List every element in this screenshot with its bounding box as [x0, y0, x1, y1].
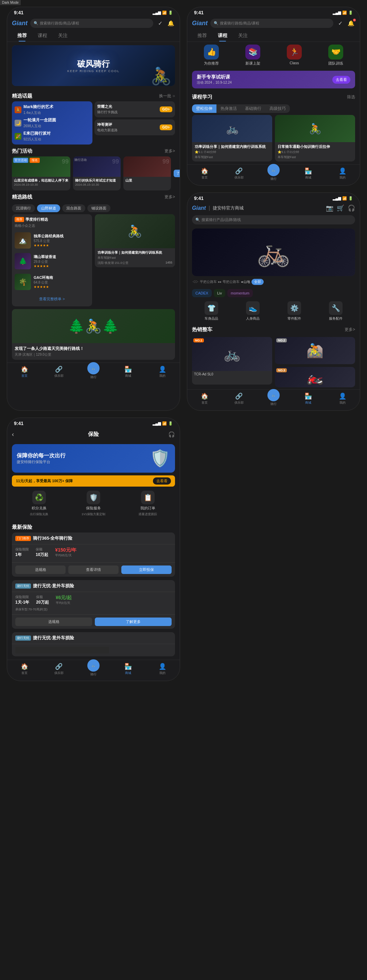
activity-card-3[interactable]: 99 山里	[123, 156, 171, 191]
route-tag-0[interactable]: 沉浸骑行	[12, 204, 35, 212]
go-btn-glory[interactable]: GO>	[160, 107, 172, 112]
cat-personal[interactable]: 👟 人身商品	[234, 301, 272, 321]
bike-type-all[interactable]: 全部	[251, 279, 264, 285]
filter-tab-1[interactable]: 热身激活	[216, 104, 241, 113]
category-new[interactable]: 📚 新课上架	[234, 45, 272, 66]
tab-follow[interactable]: 关注	[52, 30, 73, 41]
filter-tab-0[interactable]: 壁松拉伸	[192, 104, 216, 113]
ins-promo-btn[interactable]: 去看看	[153, 477, 171, 485]
route-tag-1[interactable]: 山野林道	[37, 204, 60, 212]
cart-icon[interactable]: 🛒	[337, 204, 344, 212]
nav-shop-course[interactable]: 🏪 商城	[291, 167, 326, 181]
route-side-card[interactable]: 🚴 功率训练分享｜如何搭建室内骑行训练系统 单车驾驶Fast 沈阳·铁发湖 15…	[95, 214, 175, 267]
ins-quick-orders[interactable]: 📋 我的订单 搭案进度跟踪	[121, 491, 175, 517]
ins-quick-points[interactable]: ♻️ 积分兑换 出行保险兑换	[12, 491, 66, 517]
activity-card-2[interactable]: 骑行活动 99 骑行的快乐只有试过才知道 2024.08.15-10.30	[73, 156, 121, 191]
discover-card[interactable]: 🌲🚴🌲 发现了一条人少路遮天完美骑行路线！ 天津·滨海区｜129.0公里	[12, 309, 175, 360]
nav-profile-course[interactable]: 👤 我的	[325, 167, 360, 181]
bell-icon-course[interactable]: 🔔 1	[347, 19, 355, 27]
go-btn-kun[interactable]: GO>	[160, 124, 172, 130]
topic-card-glory[interactable]: 荣耀之光 骑行打卡挑战 GO>	[94, 101, 175, 117]
ins-btn-buy-0[interactable]: 立即投保	[121, 565, 172, 574]
routes-more[interactable]: 更多>	[164, 194, 175, 200]
camera-icon[interactable]: 📷	[326, 204, 334, 212]
headphone-icon[interactable]: 🎧	[348, 204, 355, 212]
nav-club[interactable]: 🔗 俱乐部	[42, 366, 76, 380]
route-list-item-0[interactable]: 🏔️ 独库公路经典路线 575.8 公里 ★★★★★	[14, 230, 89, 251]
search-bar-home[interactable]: 🔍 搜索骑行路线/商品/课程	[30, 19, 153, 28]
ins-btn-detail-1[interactable]: 了解更多	[95, 617, 172, 626]
activity-card-1[interactable]: 官方活动 报名 99 山里没有成绩单，却总能让人停下来 2024.08.15-1…	[12, 156, 70, 191]
cat-service[interactable]: 🔧 服务配件	[316, 301, 355, 321]
nav-home-label: 首页	[21, 374, 27, 378]
course-card-0[interactable]: 🚲 功率训练分享｜如何搭建室内骑行训练系统 ⭐9.1 ⏱40分钟 单车驾驶Fas…	[192, 115, 272, 162]
nav-club-ins[interactable]: 🔗 俱乐部	[42, 663, 76, 677]
category-recommend[interactable]: 👍 为你推荐	[192, 45, 231, 66]
cat-body[interactable]: 👕 车身品品	[192, 301, 231, 321]
activity-detail-btn[interactable]: 了解详情 ›	[174, 170, 180, 177]
nav-ride[interactable]: 🚲 骑行	[76, 366, 111, 380]
topics-more[interactable]: 换一批 ○	[159, 93, 175, 99]
route-featured-main[interactable]: 推荐 季度排行精选 南格小众之选 🏔️ 独库公路经典路线 575.8 公里 ★★…	[12, 214, 92, 306]
brand-momentum[interactable]: momentum	[227, 289, 253, 297]
nav-home-ins[interactable]: 🏠 首页	[7, 663, 42, 677]
brand-liv[interactable]: Liv	[214, 289, 225, 297]
nav-club-course[interactable]: 🔗 俱乐部	[222, 167, 257, 181]
category-team[interactable]: 🤝 团队训练	[316, 45, 355, 66]
nav-ride-ins[interactable]: 🚲 骑行	[76, 663, 111, 677]
filter-tab-2[interactable]: 基础骑行	[241, 104, 265, 113]
search-placeholder-shop: 搜索骑行产品/品牌/路线	[202, 217, 241, 223]
nav-ride-shop[interactable]: 🚲 骑行	[256, 392, 291, 406]
course-filter[interactable]: 筛选	[347, 94, 355, 100]
nav-home-shop[interactable]: 🏠 首页	[187, 392, 222, 406]
ins-quick-service[interactable]: 🛡️ 保险服务 1V1保险方案定制	[66, 491, 121, 517]
back-button[interactable]: ‹	[12, 431, 14, 438]
route-tag-3[interactable]: 铺设路面	[87, 204, 110, 212]
nav-club-shop[interactable]: 🔗 俱乐部	[222, 392, 257, 406]
nav-home[interactable]: 🏠 首页	[7, 366, 42, 380]
nav-profile[interactable]: 👤 我的	[145, 366, 180, 380]
bell-icon[interactable]: 🔔	[167, 19, 175, 27]
signup-btn-1[interactable]: 报名	[30, 158, 40, 163]
route-tag-2[interactable]: 混合路面	[62, 204, 85, 212]
filter-tab-3[interactable]: 高级技巧	[265, 104, 290, 113]
nav-ride-btn-course[interactable]: 🚲	[267, 164, 280, 176]
ins-btn-spec-1[interactable]: 选规格	[15, 617, 92, 626]
nav-shop[interactable]: 🏪 商城	[111, 366, 145, 380]
tab-recommend[interactable]: 推荐	[12, 30, 32, 41]
tab-course-follow[interactable]: 关注	[233, 30, 253, 41]
ins-header-icon[interactable]: 🎧	[168, 431, 175, 438]
tab-course-courses[interactable]: 课程	[212, 30, 233, 41]
nav-shop-icon-course: 🏪	[305, 167, 312, 175]
hot-bike-2[interactable]: 🏍️ NO.3	[275, 367, 355, 387]
nav-home-course[interactable]: 🏠 首页	[187, 167, 222, 181]
promo-btn[interactable]: 去看看	[332, 76, 350, 84]
topic-card-kun[interactable]: 坤哥测评 电动力新道路 GO>	[94, 119, 175, 135]
hot-bike-0[interactable]: 🚲 NO.1 TCR-Ad SL0	[192, 337, 272, 385]
category-class[interactable]: 🏃 Class	[275, 45, 314, 66]
route-list-item-1[interactable]: 🌲 璃山翠坡香道 29.8 公里 ★★★★★	[14, 251, 89, 272]
route-list-item-2[interactable]: 🌴 GAC环海南 64.8 公里 ★★★★★	[14, 272, 89, 293]
topic-card-mark[interactable]: 🚴 Mark骑行的艺术 1.4w人互动 🌙 一轮满月一念团圆 2698人互动 🎉	[12, 101, 92, 145]
check-icon[interactable]: ✓	[156, 19, 164, 27]
nav-ride-course[interactable]: 🚲 骑行	[256, 167, 291, 181]
search-bar-shop[interactable]: 🔍 搜索骑行产品/品牌/路线	[192, 215, 355, 224]
brand-cadex[interactable]: CADEX	[192, 289, 212, 297]
check-icon-course[interactable]: ✓	[336, 19, 344, 27]
ins-btn-spec-0[interactable]: 选规格	[15, 565, 65, 574]
cat-parts[interactable]: ⚙️ 零件配件	[275, 301, 314, 321]
nav-shop-ins[interactable]: 🏪 商城	[111, 663, 145, 677]
nav-ride-btn[interactable]: 🚲	[87, 362, 100, 374]
hot-bikes-more[interactable]: 更多>	[345, 327, 355, 332]
ins-btn-detail-0[interactable]: 查看详情	[68, 565, 119, 574]
nav-profile-shop[interactable]: 👤 我的	[325, 392, 360, 406]
activities-more[interactable]: 更多>	[164, 148, 175, 154]
nav-shop-shop[interactable]: 🏪 商城	[291, 392, 326, 406]
search-bar-course[interactable]: 🔍 搜索骑行路线/商品/课程	[210, 19, 334, 28]
tab-courses[interactable]: 课程	[32, 30, 52, 41]
view-all-btn[interactable]: 查看完整榜单 >	[14, 294, 89, 304]
tab-course-recommend[interactable]: 推荐	[192, 30, 212, 41]
course-card-1[interactable]: 🚴 日常骑车通勤小知识骑行后拉伸 ⭐9.1 ⏱21分钟 单车驾驶Fast	[275, 115, 355, 162]
hot-bike-1[interactable]: 🚵 NO.2	[275, 337, 355, 364]
nav-profile-ins[interactable]: 👤 我的	[145, 663, 180, 677]
